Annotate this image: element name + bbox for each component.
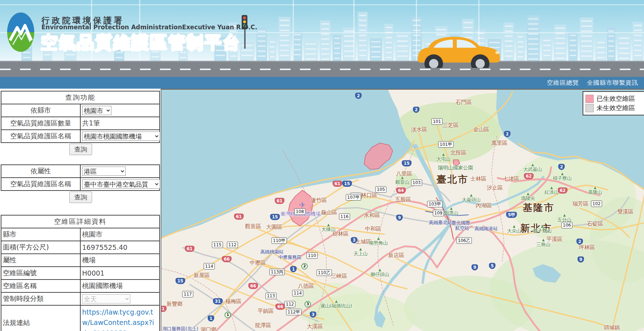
car-illustration	[414, 34, 500, 68]
detail-label-1: 縣市	[1, 228, 80, 241]
nav-link-2[interactable]: 全國縣市聯繫資訊	[587, 79, 638, 87]
detail-value-6[interactable]: 全天	[82, 294, 130, 303]
query-table-2: 依屬性港區空氣品質維護區名稱臺中市臺中港空氣品質	[1, 164, 160, 191]
table-row: 空氣品質維護區數量共1筆	[1, 117, 160, 130]
epa-logo	[6, 12, 35, 53]
route-shield-red: 64	[396, 188, 406, 194]
query1-value-3[interactable]: 桃園市桃園國際機場	[82, 132, 160, 141]
nav-link-1[interactable]: 空維區總覽	[547, 79, 579, 87]
table-row: 依屬性港區	[1, 165, 160, 178]
route-shield-blue: 15	[342, 181, 352, 187]
query2-label-1: 依屬性	[1, 165, 80, 178]
query2-value-2[interactable]: 臺中市臺中港空氣品質	[82, 179, 160, 189]
traffic-light-icon	[241, 15, 249, 51]
query1-label-3: 空氣品質維護區名稱	[1, 130, 80, 143]
route-shield-box: 110乙	[317, 270, 332, 276]
route-shield-flower: 2	[301, 263, 308, 270]
legend-swatch-icon	[585, 104, 594, 112]
route-shield-box: 108	[295, 208, 306, 215]
route-shield-box: 112	[227, 242, 238, 248]
route-shield-box: 105	[376, 186, 387, 193]
detail-value-1: 桃園市	[82, 230, 102, 238]
detail-value-4: H0001	[82, 269, 105, 277]
route-shield-box: 103甲	[427, 201, 443, 207]
route-shield-flower: 1	[225, 312, 231, 318]
banner-grid-line	[0, 4, 644, 5]
navbar-links: 空維區總覽全國縣市聯繫資訊	[547, 79, 638, 87]
detail-label-6: 管制時段分類	[1, 292, 80, 305]
banner-grid-line	[293, 0, 294, 61]
route-shield-box: 110	[307, 252, 318, 259]
route-shield-red: 62	[524, 173, 534, 179]
route-shield-box: 106	[562, 222, 573, 228]
query1-label-2: 空氣品質維護區數量	[1, 117, 80, 130]
query2-label-2: 空氣品質維護區名稱	[1, 178, 80, 191]
query1-value-1[interactable]: 桃園市	[82, 106, 111, 115]
query-table-1-body: 查詢功能 依縣市桃園市空氣品質維護區數量共1筆空氣品質維護區名稱桃園市桃園國際機…	[1, 91, 160, 143]
route-shield-box: 116	[339, 213, 350, 220]
route-shield-box: 114	[292, 290, 303, 296]
route-shield-box: 112	[285, 301, 296, 307]
map[interactable]: 臺北市基隆市新北市石門區三芝區金山區淡水區萬里區北投區士林區七堵區汐止區內湖區八…	[161, 89, 644, 331]
route-shield-blue: 15	[402, 160, 412, 167]
query1-label-1: 依縣市	[1, 104, 80, 117]
legend-item: 未生效空維區	[585, 104, 643, 112]
map-legend: 已生效空維區未生效空維區	[583, 91, 644, 115]
detail-table: 空維區詳細資料 縣市桃園市面積(平方公尺)16975525.40屬性機場空維區編…	[1, 215, 160, 331]
query2-value-1[interactable]: 港區	[82, 167, 126, 176]
search-button-2[interactable]: 查詢	[69, 192, 92, 203]
query-sidebar: 查詢功能 依縣市桃園市空氣品質維護區數量共1筆空氣品質維護區名稱桃園市桃園國際機…	[0, 89, 161, 331]
route-shield-box: 106乙	[457, 237, 472, 244]
query1-value-2: 共1筆	[82, 119, 100, 127]
route-shield-red: 61	[234, 214, 244, 220]
airplane-icon: ✈	[299, 201, 306, 209]
table-row: 空氣品質維護區名稱桃園市桃園國際機場	[1, 130, 160, 143]
legend-label: 已生效空維區	[597, 94, 635, 103]
route-shield-blue: 5甲	[506, 212, 517, 218]
route-shield-box: 102	[591, 201, 602, 207]
map-canvas	[161, 90, 644, 331]
route-shield-red: 62	[558, 188, 568, 194]
route-shield-box: 112甲	[286, 309, 302, 315]
detail-value-3: 機場	[82, 256, 96, 264]
banner-grid-line	[353, 0, 354, 61]
top-navbar: 空維區總覽全國縣市聯繫資訊	[0, 77, 644, 89]
agency-name-en: Environmental Protection AdministrationE…	[41, 24, 257, 31]
detail-value-7[interactable]: https://law.tycg.gov.tw/LawContent.aspx?…	[82, 308, 154, 331]
table-row: 依縣市桃園市	[1, 104, 160, 117]
table-row: 管制時段分類全天	[1, 292, 160, 305]
detail-value-5: 桃園國際機場	[82, 282, 123, 290]
route-shield-red: 61	[185, 246, 195, 252]
site-title: 空氣品質維護區管制平台	[41, 31, 241, 54]
route-shield-box: 113	[266, 293, 277, 299]
route-shield-box: 109	[433, 210, 444, 216]
header-banner: 行政院環境保護署 Environmental Protection Admini…	[0, 0, 644, 77]
table-row: 空維區名稱桃園國際機場	[1, 280, 160, 292]
route-shield-red: 66	[276, 304, 285, 310]
table-row: 面積(平方公尺)16975525.40	[1, 241, 160, 254]
route-shield-box: 107甲	[346, 194, 361, 201]
table-row: 空氣品質維護區名稱臺中市臺中港空氣品質	[1, 178, 160, 191]
route-shield-box: 113丙	[270, 269, 285, 275]
route-shield-box: 101	[432, 118, 443, 125]
search-button-1[interactable]: 查詢	[69, 144, 92, 155]
query-panel-title: 查詢功能	[1, 91, 160, 104]
table-row: 空維區編號H0001	[1, 267, 160, 280]
legend-swatch-icon	[585, 95, 594, 103]
detail-label-7: 法規連結	[1, 305, 80, 331]
detail-label-4: 空維區編號	[1, 267, 80, 280]
route-shield-blue: 31	[213, 298, 223, 305]
table-row: 法規連結https://law.tycg.gov.tw/LawContent.a…	[1, 305, 160, 331]
table-row: 屬性機場	[1, 254, 160, 267]
route-shield-box: 101甲	[438, 141, 454, 148]
detail-label-2: 面積(平方公尺)	[1, 241, 80, 254]
route-shield-flower: 3	[305, 301, 311, 307]
detail-panel-title: 空維區詳細資料	[1, 215, 160, 228]
route-shield-red: 66	[222, 256, 232, 262]
table-row: 縣市桃園市	[1, 228, 160, 241]
route-shield-box: 114	[204, 263, 215, 270]
query-table-2-body: 依屬性港區空氣品質維護區名稱臺中市臺中港空氣品質	[1, 165, 160, 191]
route-shield-red: 61	[275, 198, 285, 204]
detail-table-body: 空維區詳細資料 縣市桃園市面積(平方公尺)16975525.40屬性機場空維區編…	[1, 215, 160, 331]
route-shield-blue: 15	[270, 214, 280, 220]
